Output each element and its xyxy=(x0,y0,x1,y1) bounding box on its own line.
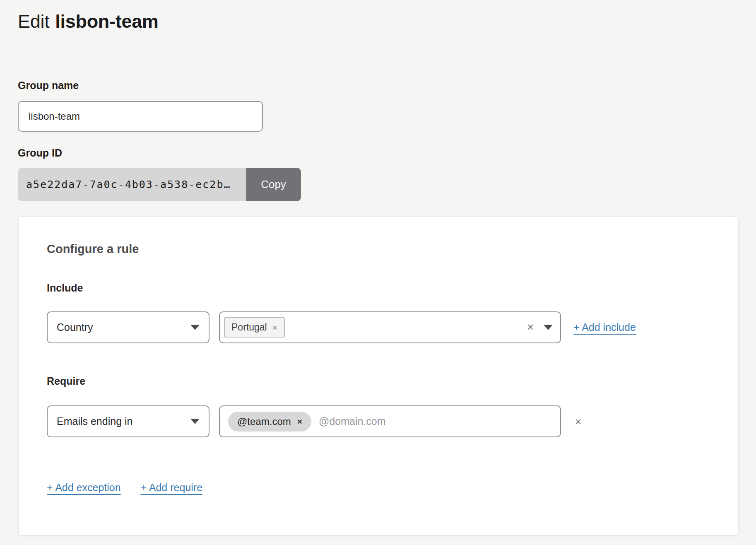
copy-button[interactable]: Copy xyxy=(246,168,301,201)
include-tag: Portugal × xyxy=(224,317,285,338)
require-values-field[interactable]: @team.com × xyxy=(219,405,561,437)
add-include-link[interactable]: + Add include xyxy=(573,321,636,333)
page-title: Editlisbon-team xyxy=(18,11,159,32)
group-id-value: a5e22da7-7a0c-4b03-a538-ec2b… xyxy=(18,168,246,201)
rule-footer-links: + Add exception + Add require xyxy=(47,482,202,494)
group-id-label: Group ID xyxy=(18,147,62,159)
include-type-selector[interactable]: Country xyxy=(47,311,209,343)
group-name-input[interactable] xyxy=(18,101,263,132)
chevron-down-icon[interactable] xyxy=(544,325,553,330)
remove-rule-icon[interactable]: × xyxy=(575,416,581,427)
include-rule-row: Country Portugal × × + Add include xyxy=(47,311,636,343)
require-tag: @team.com × xyxy=(228,412,311,432)
require-label: Require xyxy=(47,375,85,387)
require-type-selector-value: Emails ending in xyxy=(57,415,132,427)
page: Editlisbon-team Group name Group ID a5e2… xyxy=(0,0,756,545)
group-name-label: Group name xyxy=(18,80,79,92)
include-values-field[interactable]: Portugal × × xyxy=(219,311,561,343)
clear-selection-icon[interactable]: × xyxy=(527,322,534,333)
include-type-selector-value: Country xyxy=(57,321,93,333)
require-tag-label: @team.com xyxy=(237,416,291,427)
chevron-down-icon xyxy=(190,325,200,330)
add-require-link[interactable]: + Add require xyxy=(141,482,202,494)
add-exception-link[interactable]: + Add exception xyxy=(47,482,121,494)
require-value-input[interactable] xyxy=(319,415,553,427)
group-id-widget: a5e22da7-7a0c-4b03-a538-ec2b… Copy xyxy=(18,168,301,201)
include-label: Include xyxy=(47,282,83,294)
page-title-name: lisbon-team xyxy=(55,11,158,32)
page-title-prefix: Edit xyxy=(18,11,49,32)
include-tag-label: Portugal xyxy=(231,322,267,333)
rule-card-heading: Configure a rule xyxy=(47,242,139,256)
rule-card: Configure a rule Include Country Portuga… xyxy=(18,216,739,535)
require-rule-row: Emails ending in @team.com × × xyxy=(47,405,581,437)
remove-tag-icon[interactable]: × xyxy=(272,323,277,332)
require-type-selector[interactable]: Emails ending in xyxy=(47,405,209,437)
remove-tag-icon[interactable]: × xyxy=(297,417,302,426)
chevron-down-icon xyxy=(190,419,200,424)
